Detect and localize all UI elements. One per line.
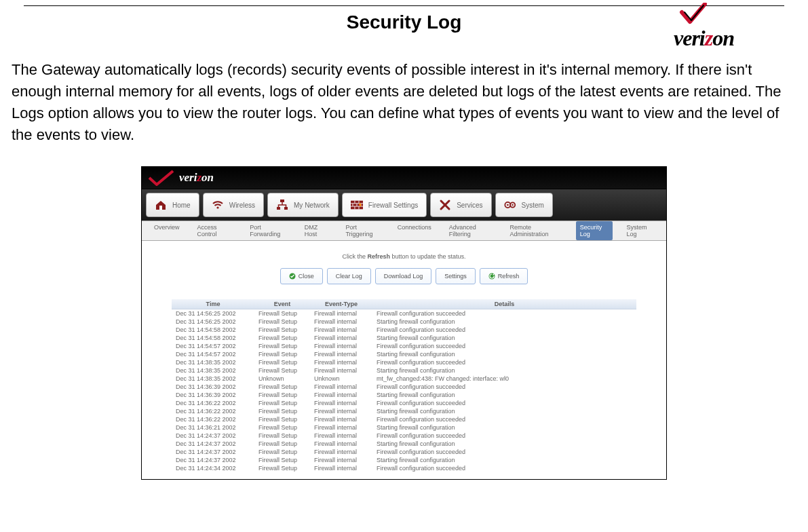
main-tab-firewall-settings[interactable]: Firewall Settings <box>342 193 427 217</box>
cell-event: Firewall Setup <box>254 366 310 375</box>
cell-time: Dec 31 14:38:35 2002 <box>172 366 254 375</box>
table-row: Dec 31 14:36:22 2002Firewall SetupFirewa… <box>172 407 636 415</box>
cell-details: Starting firewall configuration <box>372 334 636 342</box>
cell-details: Starting firewall configuration <box>372 407 636 415</box>
cell-details: Firewall configuration succeeded <box>372 448 636 456</box>
hint-post: button to update the status. <box>390 253 466 260</box>
svg-rect-2 <box>280 200 284 202</box>
table-row: Dec 31 14:36:39 2002Firewall SetupFirewa… <box>172 391 636 399</box>
router-screenshot: verizon HomeWirelessMy NetworkFirewall S… <box>141 166 667 480</box>
table-row: Dec 31 14:24:37 2002Firewall SetupFirewa… <box>172 432 636 440</box>
cell-details: Firewall configuration succeeded <box>372 415 636 423</box>
cell-type: Firewall internal <box>310 342 372 350</box>
cell-details: Starting firewall configuration <box>372 391 636 399</box>
table-row: Dec 31 14:54:57 2002Firewall SetupFirewa… <box>172 350 636 358</box>
home-icon <box>155 199 167 211</box>
col-details: Details <box>372 299 636 309</box>
main-tab-wireless[interactable]: Wireless <box>203 193 264 217</box>
cell-event: Firewall Setup <box>254 448 310 456</box>
cell-details: Starting firewall configuration <box>372 366 636 375</box>
hint-pre: Click the <box>342 253 367 260</box>
sub-tab-advanced-filtering[interactable]: Advanced Filtering <box>445 221 497 240</box>
cell-type: Firewall internal <box>310 407 372 415</box>
table-header-row: Time Event Event-Type Details <box>172 299 636 309</box>
main-tab-home[interactable]: Home <box>146 193 199 217</box>
download-label: Download Log <box>384 273 423 280</box>
description-text: The Gateway automatically logs (records)… <box>12 59 784 146</box>
cell-time: Dec 31 14:24:37 2002 <box>172 432 254 440</box>
tab-label: Firewall Settings <box>368 202 418 209</box>
table-row: Dec 31 14:54:57 2002Firewall SetupFirewa… <box>172 342 636 350</box>
cell-time: Dec 31 14:24:37 2002 <box>172 456 254 464</box>
table-row: Dec 31 14:24:34 2002Firewall SetupFirewa… <box>172 464 636 472</box>
cell-event: Firewall Setup <box>254 407 310 415</box>
table-row: Dec 31 14:24:37 2002Firewall SetupFirewa… <box>172 448 636 456</box>
cell-type: Firewall internal <box>310 309 372 318</box>
tools-icon <box>439 199 451 211</box>
main-tab-services[interactable]: Services <box>430 193 491 217</box>
sub-tab-overview[interactable]: Overview <box>150 221 184 240</box>
cell-time: Dec 31 14:56:25 2002 <box>172 309 254 318</box>
sub-tab-port-triggering[interactable]: Port Triggering <box>341 221 383 240</box>
cell-event: Firewall Setup <box>254 309 310 318</box>
table-row: Dec 31 14:54:58 2002Firewall SetupFirewa… <box>172 326 636 334</box>
cell-event: Firewall Setup <box>254 318 310 326</box>
cell-type: Firewall internal <box>310 432 372 440</box>
main-nav: HomeWirelessMy NetworkFirewall SettingsS… <box>142 189 666 221</box>
cell-details: Firewall configuration succeeded <box>372 309 636 318</box>
table-row: Dec 31 14:38:35 2002Firewall SetupFirewa… <box>172 366 636 375</box>
cell-type: Firewall internal <box>310 415 372 423</box>
action-bar: Close Clear Log Download Log Settings Re… <box>151 268 657 284</box>
logo-text: verizon <box>674 26 734 51</box>
sub-tab-port-forwarding[interactable]: Port Forwarding <box>246 221 291 240</box>
wifi-icon <box>212 199 224 211</box>
cell-details: Firewall configuration succeeded <box>372 399 636 407</box>
main-tab-my-network[interactable]: My Network <box>267 193 339 217</box>
cell-event: Firewall Setup <box>254 383 310 391</box>
sub-tab-dmz-host[interactable]: DMZ Host <box>301 221 332 240</box>
cell-type: Firewall internal <box>310 350 372 358</box>
cell-type: Firewall internal <box>310 423 372 432</box>
check-icon <box>679 3 708 26</box>
firewall-icon <box>351 199 363 211</box>
cell-time: Dec 31 14:56:25 2002 <box>172 318 254 326</box>
svg-rect-4 <box>284 207 288 210</box>
cell-event: Firewall Setup <box>254 342 310 350</box>
table-row: Dec 31 14:36:22 2002Firewall SetupFirewa… <box>172 415 636 423</box>
tab-label: System <box>522 202 544 209</box>
sub-tab-security-log[interactable]: Security Log <box>576 221 613 240</box>
main-tab-system[interactable]: System <box>495 193 553 217</box>
check-icon <box>147 170 177 187</box>
table-row: Dec 31 14:24:37 2002Firewall SetupFirewa… <box>172 456 636 464</box>
cell-details: Firewall configuration succeeded <box>372 326 636 334</box>
cell-time: Dec 31 14:38:35 2002 <box>172 375 254 383</box>
cell-time: Dec 31 14:36:22 2002 <box>172 407 254 415</box>
settings-button[interactable]: Settings <box>436 268 476 284</box>
cell-type: Firewall internal <box>310 366 372 375</box>
cell-details: Starting firewall configuration <box>372 423 636 432</box>
cell-details: Firewall configuration succeeded <box>372 464 636 472</box>
refresh-button[interactable]: Refresh <box>480 268 528 284</box>
close-button[interactable]: Close <box>280 268 323 284</box>
sub-nav: OverviewAccess ControlPort ForwardingDMZ… <box>142 221 666 241</box>
clear-label: Clear Log <box>336 273 362 280</box>
cell-details: Firewall configuration succeeded <box>372 358 636 366</box>
cell-event: Firewall Setup <box>254 423 310 432</box>
cell-details: Starting firewall configuration <box>372 440 636 448</box>
sub-tab-remote-administration[interactable]: Remote Administration <box>505 221 566 240</box>
sub-tab-system-log[interactable]: System Log <box>622 221 658 240</box>
cell-details: Starting firewall configuration <box>372 350 636 358</box>
svg-rect-3 <box>277 207 280 210</box>
sub-tab-connections[interactable]: Connections <box>393 221 436 240</box>
cell-time: Dec 31 14:24:37 2002 <box>172 440 254 448</box>
cell-time: Dec 31 14:54:57 2002 <box>172 342 254 350</box>
cell-details: Firewall configuration succeeded <box>372 342 636 350</box>
cell-details: Starting firewall configuration <box>372 318 636 326</box>
clear-log-button[interactable]: Clear Log <box>327 268 371 284</box>
table-row: Dec 31 14:56:25 2002Firewall SetupFirewa… <box>172 318 636 326</box>
cell-event: Firewall Setup <box>254 326 310 334</box>
cell-type: Firewall internal <box>310 358 372 366</box>
hint-bold: Refresh <box>367 253 390 260</box>
download-log-button[interactable]: Download Log <box>375 268 432 284</box>
sub-tab-access-control[interactable]: Access Control <box>193 221 237 240</box>
